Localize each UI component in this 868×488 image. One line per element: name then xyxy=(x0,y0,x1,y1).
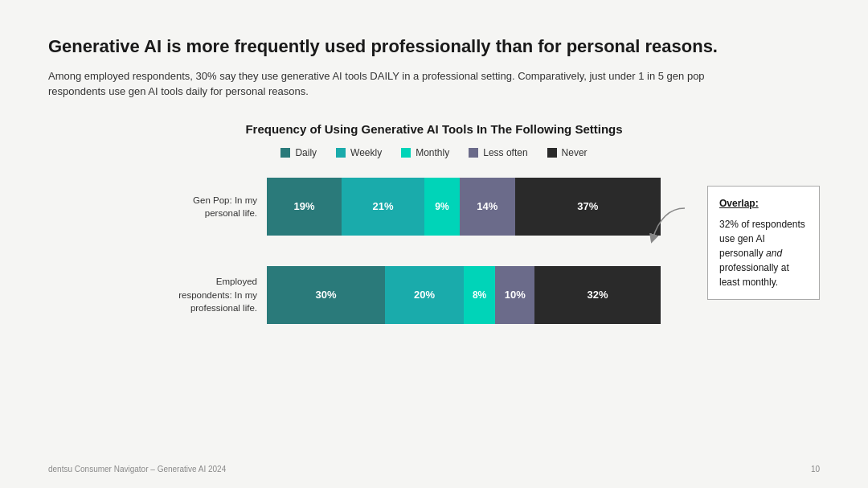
bar-track: 30%20%8%10%32% xyxy=(267,266,661,324)
legend-label: Daily xyxy=(295,147,317,158)
legend-label: Never xyxy=(562,147,588,158)
callout-area: Overlap: 32% of respondents use gen AI p… xyxy=(683,178,820,300)
footer-left: dentsu Consumer Navigator – Generative A… xyxy=(48,465,226,474)
bar-label: Gen Pop: In mypersonal life. xyxy=(153,194,257,219)
bar-row: Gen Pop: In mypersonal life.19%21%9%14%3… xyxy=(153,178,661,236)
bar-segment: 14% xyxy=(460,178,515,236)
page: Generative AI is more frequently used pr… xyxy=(0,0,868,488)
bar-segment: 20% xyxy=(385,266,464,324)
legend-swatch xyxy=(401,148,411,158)
bar-segment: 37% xyxy=(515,178,661,236)
legend-swatch xyxy=(280,148,290,158)
callout-text: 32% of respondents use gen AI personally… xyxy=(719,219,805,288)
bar-segment: 30% xyxy=(267,266,385,324)
chart-with-callout: Gen Pop: In mypersonal life.19%21%9%14%3… xyxy=(48,178,820,324)
footer-page: 10 xyxy=(811,465,820,474)
bar-track: 19%21%9%14%37% xyxy=(267,178,661,236)
legend-label: Monthly xyxy=(416,147,449,158)
footer: dentsu Consumer Navigator – Generative A… xyxy=(48,465,820,474)
bar-segment: 9% xyxy=(424,178,460,236)
bar-label: Employedrespondents: In myprofessional l… xyxy=(153,275,257,314)
bar-row: Employedrespondents: In myprofessional l… xyxy=(153,266,661,324)
legend-item: Weekly xyxy=(336,147,382,158)
bar-segment: 10% xyxy=(495,266,534,324)
arrow-icon xyxy=(646,200,688,248)
legend-swatch xyxy=(469,148,478,158)
callout-title: Overlap: xyxy=(719,196,808,211)
callout-box: Overlap: 32% of respondents use gen AI p… xyxy=(707,186,820,300)
bar-segment: 19% xyxy=(267,178,342,236)
legend-swatch xyxy=(336,148,346,158)
legend-item: Daily xyxy=(280,147,317,158)
chart-title: Frequency of Using Generative AI Tools I… xyxy=(245,122,622,136)
legend-item: Monthly xyxy=(401,147,449,158)
legend-label: Weekly xyxy=(350,147,382,158)
chart-section: Frequency of Using Generative AI Tools I… xyxy=(48,122,820,324)
main-title: Generative AI is more frequently used pr… xyxy=(48,35,820,59)
bar-segment: 8% xyxy=(464,266,495,324)
legend-label: Less often xyxy=(483,147,527,158)
legend-swatch xyxy=(547,148,557,158)
bars-container: Gen Pop: In mypersonal life.19%21%9%14%3… xyxy=(153,178,661,324)
legend-item: Never xyxy=(547,147,588,158)
legend-item: Less often xyxy=(469,147,527,158)
legend: DailyWeeklyMonthlyLess oftenNever xyxy=(280,147,587,158)
bar-segment: 32% xyxy=(534,266,661,324)
subtitle: Among employed respondents, 30% say they… xyxy=(48,68,739,100)
bar-segment: 21% xyxy=(342,178,424,236)
